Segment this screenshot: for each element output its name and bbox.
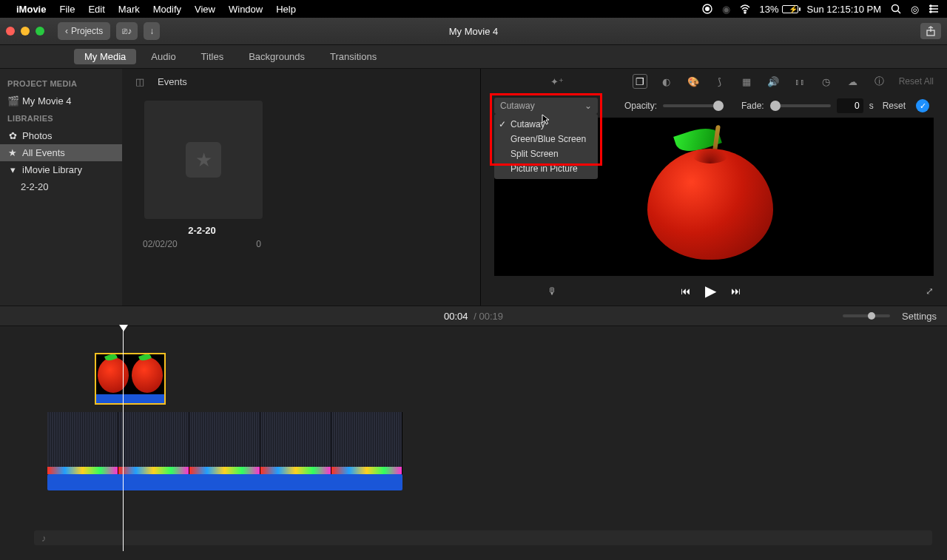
spotlight-icon[interactable]: [890, 3, 902, 15]
video-overlay-settings-icon[interactable]: ❐: [633, 74, 647, 89]
menu-window[interactable]: Window: [229, 4, 263, 15]
menu-help[interactable]: Help: [276, 4, 296, 15]
voiceover-mic-icon[interactable]: 🎙: [547, 286, 557, 297]
siri-icon[interactable]: ◎: [911, 4, 919, 15]
fade-value: 0: [855, 101, 860, 111]
viewer-transport-bar: 🎙 ⏮ ▶ ⏭ ⤢: [481, 276, 947, 306]
menu-file[interactable]: File: [59, 4, 75, 15]
tab-backgrounds[interactable]: Backgrounds: [238, 49, 315, 64]
event-thumbnail[interactable]: ★: [144, 101, 263, 219]
sidebar-item-project[interactable]: 🎬 My Movie 4: [0, 92, 122, 109]
menu-edit[interactable]: Edit: [88, 4, 104, 15]
back-to-projects-button[interactable]: ‹ Projects: [58, 22, 110, 40]
browser-header: Events: [158, 76, 187, 87]
back-label: Projects: [71, 26, 103, 36]
slider-knob[interactable]: [868, 312, 875, 320]
minimize-window-button[interactable]: [21, 27, 30, 36]
timeline-settings-button[interactable]: Settings: [902, 311, 937, 322]
star-icon: ★: [7, 147, 18, 158]
overlay-clip[interactable]: [95, 353, 166, 405]
disclosure-triangle-icon[interactable]: ▾: [7, 164, 18, 175]
menu-view[interactable]: View: [195, 4, 215, 15]
window-toolbar: ‹ Projects ⎚♪ ↓ My Movie 4: [0, 18, 947, 45]
media-import-button[interactable]: ⎚♪: [116, 22, 138, 40]
window-controls: [6, 27, 44, 36]
primary-video-clip[interactable]: [47, 412, 402, 474]
clip-thumbnail: [132, 357, 163, 393]
tab-audio[interactable]: Audio: [141, 49, 186, 64]
primary-audio-clip[interactable]: [47, 474, 402, 490]
menubar-clock[interactable]: Sun 12:15:10 PM: [807, 4, 881, 15]
enhance-wand-icon[interactable]: ✦⁺: [550, 74, 565, 89]
menu-item-green-blue-screen[interactable]: Green/Blue Screen: [494, 132, 598, 146]
menu-mark[interactable]: Mark: [118, 4, 140, 15]
sidebar-heading-project: PROJECT MEDIA: [0, 75, 122, 92]
svg-point-2: [744, 12, 746, 13]
battery-icon: ⚡: [782, 5, 798, 13]
menu-modify[interactable]: Modify: [153, 4, 181, 15]
slider-knob[interactable]: [770, 101, 781, 111]
playhead[interactable]: [123, 326, 124, 551]
prev-frame-button[interactable]: ⏮: [681, 286, 690, 297]
battery-status[interactable]: 13% ⚡: [760, 4, 798, 15]
close-window-button[interactable]: [6, 27, 15, 36]
speed-icon[interactable]: ◷: [819, 74, 834, 89]
clip-thumbnail: [260, 412, 331, 474]
clip-audio-strip: [96, 394, 164, 403]
next-frame-button[interactable]: ⏭: [731, 286, 741, 297]
window-title: My Movie 4: [449, 26, 498, 37]
battery-pct-label: 13%: [760, 4, 779, 15]
preview-content-apple: [647, 134, 781, 260]
stabilization-icon[interactable]: ▦: [739, 74, 754, 89]
slider-knob[interactable]: [713, 101, 724, 111]
apply-check-button[interactable]: ✓: [916, 99, 929, 112]
timeline-zoom-slider[interactable]: [843, 314, 890, 317]
control-center-icon[interactable]: [928, 3, 940, 15]
fade-unit: s: [869, 101, 874, 111]
download-button[interactable]: ↓: [144, 22, 160, 40]
sidebar-item-label: Photos: [22, 130, 52, 141]
fade-slider[interactable]: [770, 104, 831, 107]
tab-my-media[interactable]: My Media: [74, 49, 136, 64]
menu-item-split-screen[interactable]: Split Screen: [494, 146, 598, 161]
sidebar-item-event[interactable]: 2-2-20: [0, 178, 122, 195]
dropdown-selected-label: Cutaway: [500, 101, 535, 111]
clip-filter-icon[interactable]: ☁: [846, 74, 860, 89]
overlay-type-dropdown[interactable]: Cutaway ⌄: [494, 98, 598, 114]
reset-all-button[interactable]: Reset All: [899, 76, 934, 87]
noise-eq-icon[interactable]: ⫾⫾: [792, 74, 807, 89]
library-sidebar: PROJECT MEDIA 🎬 My Movie 4 LIBRARIES ✿ P…: [0, 69, 122, 306]
timeline-area[interactable]: ♪: [0, 326, 947, 560]
tab-titles[interactable]: Titles: [191, 49, 235, 64]
star-placeholder-icon: ★: [186, 142, 221, 178]
zoom-window-button[interactable]: [36, 27, 44, 36]
wifi-icon[interactable]: [739, 3, 751, 15]
chevron-left-icon: ‹: [65, 26, 68, 36]
sidebar-toggle-icon[interactable]: ◫: [135, 76, 144, 87]
record-status-icon[interactable]: [701, 3, 713, 15]
media-tabs: My Media Audio Titles Backgrounds Transi…: [0, 45, 947, 69]
color-balance-icon[interactable]: ◐: [659, 74, 674, 89]
sidebar-item-photos[interactable]: ✿ Photos: [0, 127, 122, 144]
color-correction-icon[interactable]: 🎨: [686, 74, 701, 89]
share-button[interactable]: [920, 23, 941, 39]
info-icon[interactable]: ⓘ: [872, 74, 887, 89]
crop-icon[interactable]: ⟆: [712, 74, 727, 89]
reset-button[interactable]: Reset: [883, 101, 906, 111]
background-music-well[interactable]: ♪: [34, 530, 932, 545]
play-button[interactable]: ▶: [705, 282, 716, 300]
volume-icon[interactable]: 🔊: [766, 74, 781, 89]
app-menu[interactable]: iMovie: [16, 4, 46, 15]
flower-icon: ✿: [7, 130, 18, 141]
sidebar-item-all-events[interactable]: ★ All Events: [0, 144, 122, 161]
opacity-slider[interactable]: [663, 104, 724, 107]
fade-value-field[interactable]: 0: [837, 98, 863, 113]
opacity-label: Opacity:: [624, 101, 657, 111]
fullscreen-icon[interactable]: ⤢: [926, 286, 934, 297]
svg-point-3: [892, 5, 899, 12]
menu-item-picture-in-picture[interactable]: Picture in Picture: [494, 161, 598, 176]
sidebar-item-imovie-library[interactable]: ▾ iMovie Library: [0, 161, 122, 178]
share-icon: [926, 26, 936, 36]
total-duration: / 00:19: [474, 311, 503, 322]
tab-transitions[interactable]: Transitions: [320, 49, 387, 64]
